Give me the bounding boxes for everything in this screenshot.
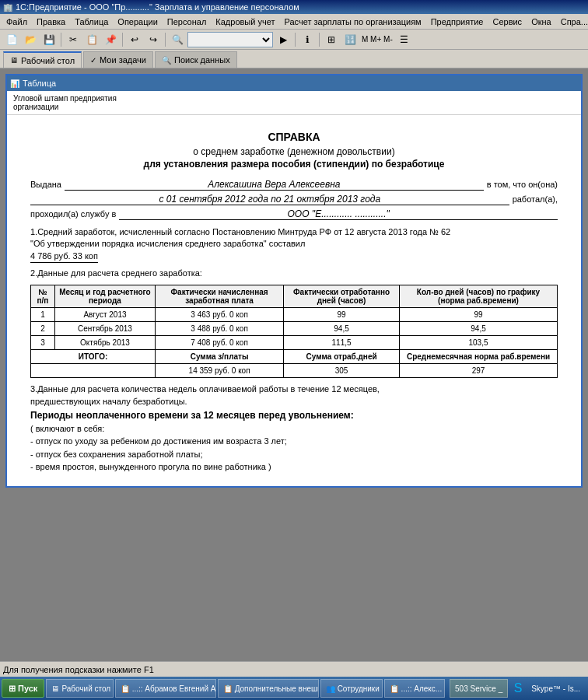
worked-label: работал(а), [513, 194, 558, 204]
toolbar-grid[interactable]: ⊞ [323, 31, 340, 48]
toolbar-info[interactable]: ℹ [299, 31, 316, 48]
table-window-title-text: Таблица [23, 79, 56, 88]
total-label: ИТОГО: [31, 349, 156, 363]
taskbar-employees-label: Сотрудники [338, 684, 380, 693]
toolbar-undo[interactable]: ↩ [126, 31, 143, 48]
col-month: Месяц и год расчетного периода [54, 285, 155, 307]
corner-stamp-line2: организации [13, 103, 575, 111]
doc-subtitle1: о среднем заработке (денежном довольстви… [30, 146, 558, 157]
tray-503-service[interactable]: 503 Service _ [450, 679, 508, 698]
row1-num: 1 [31, 307, 55, 321]
table-title-icon: 📊 [10, 79, 19, 88]
section3-text1: 3.Данные для расчета количества недель о… [30, 383, 558, 396]
row2-month: Сентябрь 2013 [54, 321, 155, 335]
toolbar-calc[interactable]: 🔢 [341, 31, 359, 48]
menu-operations[interactable]: Операции [113, 16, 162, 28]
taskbar-abramov[interactable]: 📋 ...:: Абрамов Евгений Анато... [115, 679, 216, 698]
toolbar-find[interactable]: 🔍 [169, 31, 186, 48]
taskbar-external[interactable]: 📋 Дополнительные внешние ... [218, 679, 319, 698]
menu-file[interactable]: Файл [2, 16, 32, 28]
menu-company[interactable]: Предприятие [426, 16, 488, 28]
total-schedule-val: 297 [400, 363, 558, 377]
issued-line: Выдана Алексашина Вера Алексеевна в том,… [30, 179, 558, 191]
row1-month: Август 2013 [54, 307, 155, 321]
doc-title: СПРАВКА [30, 131, 558, 143]
tray-503-label: 503 Service _ [455, 684, 502, 693]
total-spacer [31, 363, 156, 377]
taskbar-desktop[interactable]: 🖥 Рабочий стол [46, 679, 113, 698]
section3: 3.Данные для расчета количества недель о… [30, 383, 558, 474]
tray-skype-icon[interactable]: S [509, 680, 527, 697]
section2-label: 2.Данные для расчета среднего заработка: [30, 268, 558, 279]
menu-help[interactable]: Спра... [556, 16, 588, 28]
section3-list3: - время простоя, вынужденного прогула по… [30, 460, 558, 474]
total-header-row: ИТОГО: Сумма з/платы Сумма отраб.дней Ср… [31, 349, 558, 363]
section3-bold: Периоды неоплаченного времени за 12 меся… [30, 408, 558, 422]
period-line: с 01 сентября 2012 года по 21 октября 20… [30, 194, 558, 205]
menu-table[interactable]: Таблица [70, 16, 113, 28]
col-schedule: Кол-во дней (часов) по графику (норма ра… [400, 285, 558, 307]
row2-schedule: 94,5 [400, 321, 558, 335]
col-num: № п/п [31, 285, 55, 307]
tab-desktop[interactable]: 🖥 Рабочий стол [3, 51, 82, 68]
service-line: проходил(а) службу в ООО "Е............ … [30, 208, 558, 220]
toolbar: 📄 📂 💾 ✂ 📋 📌 ↩ ↪ 🔍 ▶ ℹ ⊞ 🔢 M M+ M- ☰ [0, 30, 588, 50]
toolbar-save[interactable]: 💾 [40, 31, 58, 48]
taskbar-items: 🖥 Рабочий стол 📋 ...:: Абрамов Евгений А… [46, 679, 445, 698]
section1-text1: 1.Средний заработок, исчисленный согласн… [30, 226, 558, 238]
table-window: 📊 Таблица Угловой штамп предприятия орга… [5, 74, 583, 488]
section1-text2: "Об утверждении порядка исчисления средн… [30, 238, 558, 250]
taskbar-employees[interactable]: 👥 Сотрудники [320, 679, 383, 698]
row3-num: 3 [31, 335, 55, 349]
toolbar-sep1 [61, 33, 61, 47]
total-values-row: 14 359 руб. 0 коп 305 297 [31, 363, 558, 377]
menu-windows[interactable]: Окна [527, 16, 556, 28]
taskbar-alex[interactable]: 📋 ...:: Алекс... [384, 679, 445, 698]
start-button[interactable]: ⊞ Пуск [2, 679, 44, 698]
menu-salary[interactable]: Расчет зарплаты по организациям [279, 16, 425, 28]
total-worked-label: Сумма отраб.дней [284, 349, 400, 363]
toolbar-sep2 [122, 33, 123, 47]
total-worked-val: 305 [284, 363, 400, 377]
issued-value: Алексашина Вера Алексеевна [65, 179, 484, 191]
tabs-row: 🖥 Рабочий стол ✓ Мои задачи 🔍 Поиск данн… [0, 50, 588, 68]
toolbar-cut[interactable]: ✂ [65, 31, 82, 48]
tray-time: Skype™ - Is... [528, 684, 583, 693]
doc-subtitle2: для установления размера пособия (стипен… [30, 159, 558, 170]
desktop-icon: 🖥 [10, 56, 18, 65]
toolbar-redo[interactable]: ↪ [145, 31, 162, 48]
taskbar-alex-label: ...:: Алекс... [401, 684, 443, 693]
menu-hr[interactable]: Кадровый учет [211, 16, 279, 28]
toolbar-extra[interactable]: ☰ [396, 31, 413, 48]
menu-personnel[interactable]: Персонал [163, 16, 212, 28]
salary-table: № п/п Месяц и год расчетного периода Фак… [30, 285, 558, 378]
taskbar-alex-icon: 📋 [390, 684, 399, 693]
toolbar-open[interactable]: 📂 [22, 31, 39, 48]
row2-num: 2 [31, 321, 55, 335]
total-schedule-label: Среднемесячная норма раб.времени [400, 349, 558, 363]
tab-search-label: Поиск данных [174, 55, 230, 65]
tab-search[interactable]: 🔍 Поиск данных [155, 51, 237, 68]
toolbar-copy[interactable]: 📋 [83, 31, 100, 48]
toolbar-sep5 [319, 33, 320, 47]
menu-edit[interactable]: Правка [32, 16, 70, 28]
toolbar-new[interactable]: 📄 [3, 31, 20, 48]
toolbar-go[interactable]: ▶ [275, 31, 292, 48]
title-bar: 🏢 1С:Предприятие - ООО "Пр.........." За… [0, 0, 588, 14]
toolbar-m-label: M M+ M- [362, 35, 393, 44]
app-icon: 🏢 [3, 3, 12, 12]
start-label: Пуск [18, 684, 37, 693]
row2-worked: 94,5 [284, 321, 400, 335]
row1-salary: 3 463 руб. 0 коп [156, 307, 284, 321]
total-salary-label: Сумма з/платы [156, 349, 284, 363]
toolbar-search-combo[interactable] [187, 32, 273, 47]
toolbar-sep3 [165, 33, 166, 47]
search-tab-icon: 🔍 [162, 56, 171, 65]
menu-service[interactable]: Сервис [488, 16, 527, 28]
section1: 1.Средний заработок, исчисленный согласн… [30, 226, 558, 263]
tab-tasks[interactable]: ✓ Мои задачи [83, 51, 153, 68]
row1-schedule: 99 [400, 307, 558, 321]
taskbar-desktop-icon: 🖥 [51, 684, 59, 693]
col-worked: Фактически отработанно дней (часов) [284, 285, 400, 307]
toolbar-paste[interactable]: 📌 [102, 31, 119, 48]
